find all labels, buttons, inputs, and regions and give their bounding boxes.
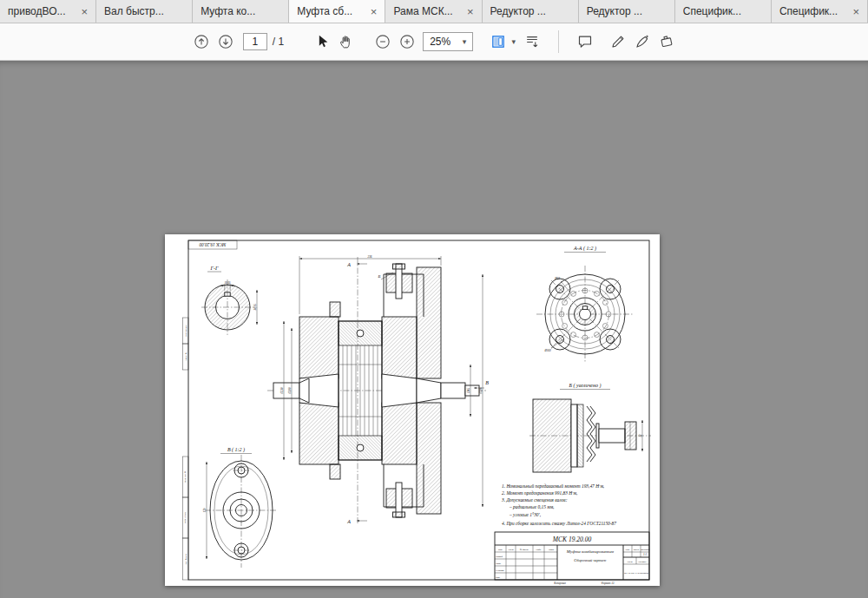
tab-reduktor-2[interactable]: Редуктор ... bbox=[579, 0, 675, 23]
tab-specifik-2[interactable]: Специфик... × bbox=[772, 0, 868, 23]
main-section-view: А А Б В 236 Ø230 Ø200 bbox=[267, 255, 489, 525]
tab-specifik-1[interactable]: Специфик... bbox=[675, 0, 772, 23]
doc-title: Муфта комбинированная bbox=[566, 549, 615, 554]
comment-icon bbox=[576, 33, 594, 50]
tab-rama-msk[interactable]: Рама МСК... × bbox=[385, 0, 482, 23]
margin-stamp-text: Справ. № bbox=[185, 352, 187, 360]
engineering-drawing: МСК 19.20.00 Перв. примен. Справ. № Взам… bbox=[165, 234, 660, 586]
stamp-button[interactable] bbox=[654, 30, 679, 54]
scroll-mode-button[interactable] bbox=[520, 30, 544, 54]
select-tool-button[interactable] bbox=[310, 30, 334, 54]
tb-cell: № докум. bbox=[519, 549, 529, 551]
margin-stamp-text: Подп. и дата bbox=[184, 511, 187, 524]
view-label: А-А ( 1:2 ) bbox=[573, 246, 596, 252]
dimension-label: 170 bbox=[203, 508, 207, 512]
pen-icon bbox=[634, 33, 651, 50]
arrow-down-icon bbox=[217, 33, 234, 50]
note-line: – радиальные 0,15 мм, bbox=[509, 504, 555, 509]
margin-stamp-text: Инв. № подл. bbox=[185, 553, 187, 566]
tab-privodvo[interactable]: приводВО... × bbox=[0, 0, 96, 23]
note-line: – угловые 1°30', bbox=[509, 512, 542, 517]
main-toolbar: / 1 25% ▾ bbox=[0, 23, 868, 61]
detail-callout: Б bbox=[378, 274, 381, 279]
note-line: 3. Допускаемые смещения валов: bbox=[501, 497, 568, 503]
close-icon[interactable]: × bbox=[371, 6, 378, 17]
title-block: МСК 19.20.00 Изм. Лист № докум. Подп. Да… bbox=[495, 532, 650, 585]
arrow-up-icon bbox=[193, 33, 210, 50]
dimension-label: 236 bbox=[367, 255, 372, 259]
chevron-down-icon: ▾ bbox=[463, 37, 467, 46]
cursor-icon bbox=[313, 33, 331, 50]
scale-value: 1:1 bbox=[643, 553, 648, 556]
doc-designation: МСК 19.20.00 bbox=[552, 536, 592, 543]
page-display-button[interactable]: ▾ bbox=[485, 30, 520, 54]
tab-reduktor-1[interactable]: Редуктор ... bbox=[483, 0, 579, 23]
comment-button[interactable] bbox=[573, 30, 597, 54]
document-canvas[interactable]: МСК 19.20.00 Перв. примен. Справ. № Взам… bbox=[0, 61, 868, 598]
tb-cell: Подп. bbox=[535, 549, 542, 551]
close-icon[interactable]: × bbox=[82, 6, 89, 17]
tab-val-bystr[interactable]: Вал быстр... bbox=[96, 0, 193, 23]
tab-label: приводВО... bbox=[8, 5, 77, 17]
plus-icon bbox=[398, 33, 416, 50]
page-count-label: / 1 bbox=[273, 36, 284, 48]
org-name: МГТУ им. Н.Э.Баумана bbox=[623, 572, 649, 575]
tb-cell: Масса bbox=[633, 549, 640, 551]
page-display-icon bbox=[490, 33, 507, 50]
dimension-label: Ø160 bbox=[543, 349, 550, 352]
tab-mufta-ko[interactable]: Муфта ко... bbox=[193, 0, 289, 23]
dimension-label: Ø230 bbox=[280, 387, 284, 394]
section-letter: А bbox=[346, 519, 351, 524]
page-number-input[interactable] bbox=[243, 33, 267, 50]
tb-cell: Н.контр. bbox=[495, 569, 504, 572]
margin-stamp-text: Взам. инв. № bbox=[184, 470, 187, 483]
scroll-mode-icon bbox=[523, 33, 541, 50]
tab-label: Редуктор ... bbox=[490, 5, 570, 17]
view-gg: Г-Г 10,05 34,95 bbox=[201, 266, 258, 335]
next-page-button[interactable] bbox=[214, 30, 238, 54]
draw-button[interactable] bbox=[630, 30, 654, 54]
note-line: 2. Момент предохранения 991,83 Н·м, bbox=[502, 490, 578, 496]
dimension-label: Ø200 bbox=[288, 387, 292, 394]
highlighter-button[interactable] bbox=[606, 30, 630, 54]
detail-b: Б ( увеличено ) 22 bbox=[529, 383, 651, 472]
stamp-icon bbox=[658, 33, 675, 50]
tab-label: Специфик... bbox=[683, 5, 763, 17]
hand-icon bbox=[338, 33, 355, 50]
tb-cell: Лит. bbox=[624, 549, 630, 551]
dimension-label: 22 bbox=[639, 434, 642, 437]
corner-stamp-text: МСК 19.20.00 bbox=[199, 242, 227, 247]
dimension-label: 34,95 bbox=[253, 304, 258, 311]
left-margin-stamps: Перв. примен. Справ. № Взам. инв. № Подп… bbox=[183, 318, 189, 580]
pdf-page[interactable]: МСК 19.20.00 Перв. примен. Справ. № Взам… bbox=[165, 234, 660, 586]
dimension-label: Ø206 bbox=[479, 387, 483, 394]
close-icon[interactable]: × bbox=[467, 6, 474, 17]
tab-label: Специфик... bbox=[779, 5, 849, 17]
view-label: В ( 1:2 ) bbox=[227, 447, 245, 453]
view-label: Б ( увеличено ) bbox=[569, 383, 602, 389]
technical-notes: 1. Номинальный передаваемый момент 193,4… bbox=[501, 483, 616, 526]
note-line: 1. Номинальный передаваемый момент 193,4… bbox=[502, 483, 605, 489]
tab-mufta-sb-active[interactable]: Муфта сб... × bbox=[289, 0, 385, 23]
minus-icon bbox=[374, 33, 391, 50]
tab-label: Редуктор ... bbox=[587, 5, 667, 17]
previous-page-button[interactable] bbox=[189, 30, 214, 54]
hand-tool-button[interactable] bbox=[334, 30, 358, 54]
dimension-label: Ø45 bbox=[467, 388, 470, 394]
tb-cell: Разраб. bbox=[495, 555, 503, 558]
tb-cell: Формат A3 bbox=[602, 582, 615, 585]
dimension-label: Ø60 bbox=[554, 277, 560, 280]
tab-label: Рама МСК... bbox=[393, 5, 463, 17]
zoom-in-button[interactable] bbox=[395, 30, 419, 54]
pencil-icon bbox=[609, 33, 627, 50]
zoom-level-select[interactable]: 25% ▾ bbox=[423, 32, 473, 51]
section-letter: А bbox=[346, 262, 351, 267]
view-v: В ( 1:2 ) 170 bbox=[203, 447, 278, 568]
margin-stamp-text: Перв. примен. bbox=[185, 325, 187, 338]
view-arrow-letter: В bbox=[485, 380, 489, 385]
close-icon[interactable]: × bbox=[852, 6, 859, 17]
tb-cell: Листов 1 bbox=[637, 561, 648, 563]
zoom-out-button[interactable] bbox=[371, 30, 395, 54]
corner-designation-stamp: МСК 19.20.00 bbox=[188, 240, 237, 249]
toolbar-divider bbox=[558, 30, 559, 53]
